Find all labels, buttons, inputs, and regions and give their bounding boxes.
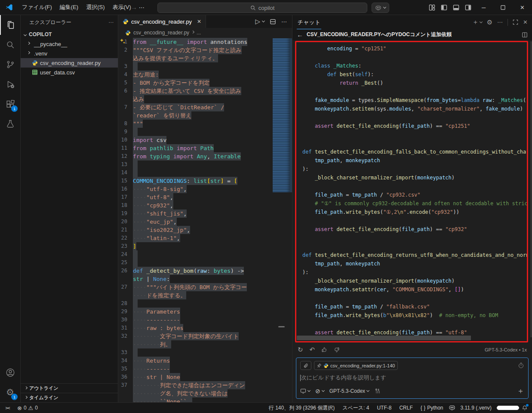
encoding-indicator[interactable]: UTF-8 bbox=[374, 405, 394, 411]
chevron-down-icon bbox=[24, 33, 27, 36]
notifications-bell-icon[interactable] bbox=[522, 405, 528, 411]
activitybar-source-control-icon[interactable] bbox=[0, 55, 20, 74]
history-timer-icon[interactable] bbox=[518, 362, 524, 369]
editor-group: csv_encoding_reader.py ✕ ▷ ⋯ csv_encodin… bbox=[118, 15, 292, 402]
regenerate-icon[interactable]: ↻ bbox=[298, 346, 303, 354]
undo-icon[interactable]: ↶ bbox=[310, 346, 315, 354]
sidebar-title: エクスプローラー bbox=[29, 19, 71, 26]
tree-item-pycache[interactable]: __pycache__ bbox=[21, 39, 118, 49]
menu-edit[interactable]: 編集(E) bbox=[56, 3, 82, 11]
command-center-search[interactable]: copilot bbox=[157, 3, 367, 13]
language-indicator[interactable]: { } Python bbox=[418, 405, 446, 411]
activitybar-settings-gear-icon[interactable]: ⚙ 1 bbox=[0, 382, 20, 402]
split-editor-icon[interactable] bbox=[268, 18, 278, 25]
code-editor[interactable]: 1from __future__ import annotations2"""C… bbox=[118, 38, 272, 402]
run-python-file-button[interactable]: ▷ bbox=[253, 18, 266, 25]
activitybar-testing-icon[interactable] bbox=[0, 114, 20, 134]
activitybar-explorer-icon[interactable] bbox=[0, 15, 20, 35]
activity-bar: 1 ⚙ 1 bbox=[0, 15, 21, 402]
toggle-secondary-sidebar-icon[interactable] bbox=[462, 0, 474, 15]
tab-csv-encoding-reader[interactable]: csv_encoding_reader.py ✕ bbox=[118, 15, 206, 28]
close-tab-icon[interactable]: ✕ bbox=[197, 18, 201, 25]
nav-back-icon[interactable]: ← bbox=[120, 3, 126, 11]
breadcrumb-file[interactable]: csv_encoding_reader.py bbox=[133, 30, 189, 36]
maximize-panel-icon[interactable] bbox=[513, 19, 518, 25]
status-pill[interactable] bbox=[497, 406, 519, 410]
back-arrow-icon[interactable]: ← bbox=[297, 31, 303, 38]
model-selector-label: GPT-5.3-Codex bbox=[329, 388, 365, 394]
toggle-panel-icon[interactable] bbox=[450, 0, 462, 15]
scrollbar-handle[interactable] bbox=[278, 326, 285, 327]
chat-more-actions-icon[interactable]: ⋯ bbox=[497, 19, 503, 25]
copilot-menu-button[interactable] bbox=[372, 3, 389, 13]
mode-selector[interactable]: ⊘ bbox=[315, 388, 324, 395]
chat-panel: チャット ＋ ⚙ ⋯ ✕ ← CSV_ENCODING_READER.PYへのP… bbox=[292, 15, 532, 402]
tree-item-venv[interactable]: .venv bbox=[21, 49, 118, 58]
eol-indicator[interactable]: CRLF bbox=[397, 405, 415, 411]
maximize-button[interactable] bbox=[493, 0, 513, 15]
new-chat-button[interactable]: ＋ bbox=[472, 18, 482, 26]
activitybar-run-debug-icon[interactable] bbox=[0, 74, 20, 94]
explorer-more-actions-icon[interactable]: ⋯ bbox=[108, 19, 114, 25]
tree-item-csv-encoding-reader[interactable]: csv_encoding_reader.py bbox=[21, 58, 118, 68]
configure-tools-icon[interactable] bbox=[374, 388, 380, 394]
activitybar-account-icon[interactable] bbox=[0, 363, 20, 382]
chat-message-area: encoding = "cp1251" class _Matches: def … bbox=[292, 40, 532, 344]
session-target-selector[interactable] bbox=[300, 388, 310, 394]
remote-indicator-icon[interactable]: >< bbox=[0, 403, 15, 413]
model-usage-note: GPT-5.3-Codex • 1x bbox=[485, 347, 527, 352]
thumbs-down-icon[interactable] bbox=[334, 347, 340, 353]
chat-input-box[interactable]: csv_encoding_reader.py:1-140 次にビルドする内容を説… bbox=[296, 358, 529, 399]
add-button[interactable]: ＋ bbox=[517, 386, 524, 396]
nav-forward-icon: → bbox=[131, 3, 137, 11]
search-icon bbox=[250, 5, 256, 11]
horizontal-scrollbar[interactable] bbox=[297, 336, 471, 340]
open-in-editor-icon[interactable] bbox=[522, 32, 528, 38]
copilot-status-icon[interactable] bbox=[449, 405, 455, 411]
activitybar-extensions-icon[interactable]: 1 bbox=[0, 94, 20, 114]
chevron-right-icon bbox=[25, 386, 28, 389]
notification-dot bbox=[526, 404, 529, 407]
activitybar-search-icon[interactable] bbox=[0, 35, 20, 55]
context-file-chip[interactable]: csv_encoding_reader.py:1-140 bbox=[314, 361, 398, 370]
chat-thread-title: CSV_ENCODING_READER.PYへのPYDOCコメント追加依頼 bbox=[307, 31, 518, 38]
copilot-icon bbox=[375, 5, 381, 11]
editor-more-actions-icon[interactable]: ⋯ bbox=[280, 18, 289, 25]
tab-chat[interactable]: チャット bbox=[297, 15, 321, 29]
chat-code-block[interactable]: encoding = "cp1251" class _Matches: def … bbox=[295, 41, 528, 342]
divider bbox=[507, 19, 508, 26]
minimap[interactable] bbox=[273, 38, 290, 192]
cursor-position[interactable]: 行 140、列 39 (3296 個選択) bbox=[266, 404, 337, 412]
customize-layout-icon[interactable] bbox=[426, 0, 438, 15]
chat-input-field[interactable]: 次にビルドする内容を説明します bbox=[300, 374, 524, 382]
close-panel-icon[interactable]: ✕ bbox=[523, 19, 528, 25]
tree-item-user-data-csv[interactable]: user_data.csv bbox=[21, 68, 118, 77]
menu-file[interactable]: ファイル(F) bbox=[18, 3, 56, 11]
project-root-row[interactable]: COPILOT bbox=[21, 30, 118, 39]
chat-settings-gear-icon[interactable]: ⚙ bbox=[487, 18, 492, 26]
chat-response-actions: ↻ ↶ GPT-5.3-Codex • 1x bbox=[292, 344, 532, 356]
minimize-button[interactable]: ─ bbox=[474, 0, 493, 15]
menu-selection[interactable]: 選択(S) bbox=[82, 3, 108, 11]
csv-file-icon bbox=[32, 69, 38, 75]
chevron-down-icon bbox=[308, 388, 311, 391]
timeline-section-header[interactable]: タイムライン bbox=[21, 393, 118, 402]
breadcrumb[interactable]: csv_encoding_reader.py ... bbox=[118, 28, 292, 37]
outline-label: アウトライン bbox=[29, 385, 58, 391]
project-root-label: COPILOT bbox=[29, 31, 52, 37]
activitybar-spacer bbox=[0, 134, 20, 363]
overview-ruler bbox=[290, 38, 292, 192]
model-selector[interactable]: GPT-5.3-Codex bbox=[329, 388, 369, 394]
language-label: Python bbox=[427, 405, 443, 411]
outline-section-header[interactable]: アウトライン bbox=[21, 383, 118, 393]
indentation-indicator[interactable]: スペース: 4 bbox=[340, 404, 372, 412]
problems-indicator[interactable]: ⊗ 0 ⚠ 0 bbox=[15, 403, 40, 413]
vertical-scrollbar[interactable] bbox=[530, 41, 532, 337]
close-window-button[interactable]: ✕ bbox=[513, 0, 532, 15]
folder-label: __pycache__ bbox=[34, 41, 67, 47]
python-interpreter-indicator[interactable]: 3.11.9 (.venv) bbox=[458, 405, 494, 411]
attach-context-button[interactable] bbox=[300, 361, 311, 370]
toggle-primary-sidebar-icon[interactable] bbox=[438, 0, 450, 15]
thumbs-up-icon[interactable] bbox=[321, 347, 327, 353]
breadcrumb-symbol[interactable]: ... bbox=[197, 30, 201, 36]
